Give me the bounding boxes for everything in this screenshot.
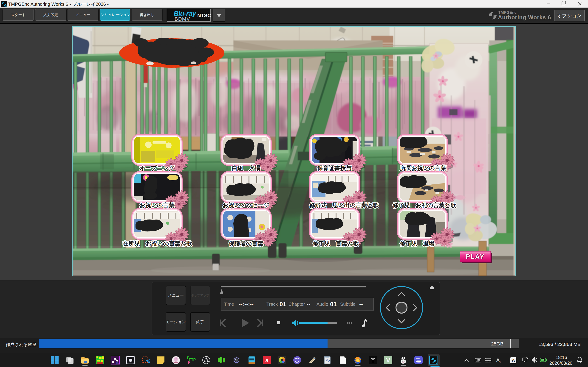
svg-text:お祝いメッセージ: お祝いメッセージ — [223, 202, 269, 208]
svg-text:z: z — [581, 357, 583, 360]
svg-text:A: A — [496, 357, 500, 363]
svg-text:V: V — [386, 357, 390, 364]
svg-text:Authoring Works 6: Authoring Works 6 — [498, 14, 551, 20]
svg-text:TE: TE — [434, 362, 437, 364]
svg-text:所長お祝いの言葉: 所長お祝いの言葉 — [400, 165, 446, 171]
svg-text:x: x — [500, 360, 502, 364]
svg-text:オープニング: オープニング — [139, 165, 175, 171]
svg-text:お祝いの言葉: お祝いの言葉 — [139, 202, 174, 208]
svg-text:PLAY: PLAY — [466, 253, 485, 260]
svg-text:2026/03/20: 2026/03/20 — [549, 361, 572, 366]
svg-text:修了児 お礼の言葉と歌: 修了児 お礼の言葉と歌 — [393, 202, 457, 208]
svg-text:a: a — [265, 357, 268, 363]
svg-text:F: F — [188, 361, 190, 365]
svg-text:修了児 言葉と歌: 修了児 言葉と歌 — [313, 240, 359, 247]
svg-text:TE: TE — [116, 362, 119, 364]
svg-text:18:16: 18:16 — [556, 355, 567, 360]
svg-text:A: A — [512, 358, 515, 363]
svg-text:白組 入場: 白組 入場 — [232, 165, 260, 171]
svg-text:修了式 思い出の言葉と歌: 修了式 思い出の言葉と歌 — [309, 202, 379, 208]
svg-text:修了児 退場: 修了児 退場 — [400, 240, 434, 247]
svg-text:保護者の言葉: 保護者の言葉 — [229, 240, 263, 247]
svg-text:TE: TE — [4, 5, 7, 7]
svg-text:保育証書授与: 保育証書授与 — [317, 165, 352, 171]
svg-text:在所児 お祝いの言葉と歌: 在所児 お祝いの言葉と歌 — [122, 240, 192, 247]
